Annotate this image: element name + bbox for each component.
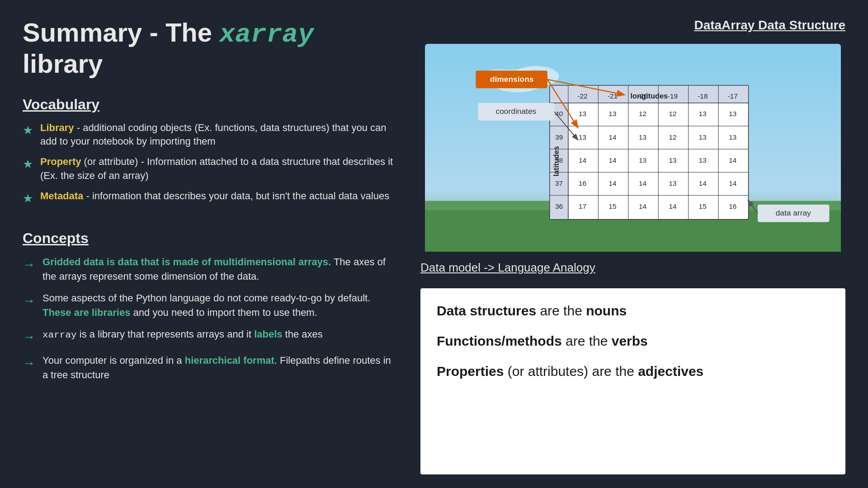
longitudes-label: longitudes <box>630 92 668 100</box>
svg-text:13: 13 <box>699 133 707 141</box>
vocab-item-property: ★ Property (or attribute) - Information … <box>23 155 393 183</box>
svg-text:12: 12 <box>669 133 676 141</box>
analogy-row-verbs: Functions/methods are the verbs <box>437 332 829 350</box>
svg-text:39: 39 <box>555 133 563 141</box>
svg-text:12: 12 <box>669 110 676 117</box>
analogy-row-adjectives: Properties (or attributes) are the adjec… <box>437 362 829 380</box>
concepts-header: Concepts <box>23 230 393 247</box>
svg-text:15: 15 <box>699 202 707 210</box>
svg-text:14: 14 <box>639 179 647 187</box>
data-array-label: data array <box>776 208 811 217</box>
concept-item-gridded: → Gridded data is data that is made of m… <box>23 255 393 284</box>
svg-text:-22: -22 <box>577 92 587 100</box>
arrow-icon-1: → <box>23 256 35 274</box>
svg-text:14: 14 <box>579 156 587 164</box>
svg-text:14: 14 <box>609 156 617 164</box>
vocab-item-library: ★ Library - additional coding objects (E… <box>23 121 393 149</box>
concepts-list: → Gridded data is data that is made of m… <box>23 255 393 389</box>
svg-text:14: 14 <box>669 202 677 210</box>
concept-item-xarray: → xarray is a library that represents ar… <box>23 327 393 347</box>
svg-text:-20: -20 <box>637 92 647 100</box>
page-title: Summary - The xarray library <box>23 18 393 78</box>
svg-text:14: 14 <box>729 156 737 164</box>
svg-text:13: 13 <box>729 110 736 117</box>
svg-text:38: 38 <box>555 156 563 164</box>
right-panel: DataArray Data Structure <box>420 18 845 474</box>
concept-item-hierarchical: → Your computer is organized in a hierar… <box>23 353 393 382</box>
svg-text:13: 13 <box>639 133 646 141</box>
diagram-container: longitudes latitudes -22 -21 -20 -19 -18… <box>420 44 845 252</box>
svg-text:12: 12 <box>639 110 646 117</box>
dataarray-title: DataArray Data Structure <box>420 18 845 33</box>
svg-text:-17: -17 <box>728 92 738 100</box>
svg-text:36: 36 <box>555 202 563 210</box>
vocabulary-list: ★ Library - additional coding objects (E… <box>23 121 393 213</box>
svg-text:15: 15 <box>609 202 616 210</box>
svg-text:17: 17 <box>579 202 586 210</box>
arrow-icon-4: → <box>23 354 35 373</box>
arrow-icon-2: → <box>23 292 35 310</box>
coordinates-label: coordinates <box>496 107 537 116</box>
svg-text:-19: -19 <box>668 92 678 100</box>
arrow-icon-3: → <box>23 328 35 347</box>
star-icon-property: ★ <box>23 156 33 172</box>
svg-text:13: 13 <box>729 133 736 141</box>
svg-text:-18: -18 <box>698 92 708 100</box>
svg-text:13: 13 <box>639 156 646 164</box>
svg-text:13: 13 <box>669 179 676 187</box>
svg-text:14: 14 <box>699 179 707 187</box>
svg-text:16: 16 <box>729 202 736 210</box>
svg-text:13: 13 <box>579 133 586 141</box>
analogy-box: Data structures are the nouns Functions/… <box>420 288 845 474</box>
dimensions-label: dimensions <box>490 75 533 84</box>
analogy-row-nouns: Data structures are the nouns <box>437 302 829 319</box>
concept-item-libraries: → Some aspects of the Python language do… <box>23 291 393 320</box>
svg-text:13: 13 <box>699 156 707 164</box>
diagram-svg: longitudes latitudes -22 -21 -20 -19 -18… <box>420 44 845 252</box>
language-analogy-title: Data model -> Language Analogy <box>420 261 845 275</box>
svg-text:14: 14 <box>639 202 647 210</box>
vocab-item-metadata: ★ Metadata - information that describes … <box>23 189 393 206</box>
vocabulary-header: Vocabulary <box>23 96 393 113</box>
star-icon-library: ★ <box>23 122 33 138</box>
star-icon-metadata: ★ <box>23 190 33 206</box>
svg-text:14: 14 <box>609 179 617 187</box>
left-panel: Summary - The xarray library Vocabulary … <box>23 18 393 474</box>
svg-text:14: 14 <box>729 179 737 187</box>
svg-text:37: 37 <box>555 179 563 187</box>
svg-text:13: 13 <box>579 110 586 117</box>
svg-text:16: 16 <box>579 179 586 187</box>
svg-text:13: 13 <box>609 110 616 117</box>
svg-text:14: 14 <box>609 133 617 141</box>
svg-text:13: 13 <box>669 156 676 164</box>
svg-text:13: 13 <box>699 110 707 117</box>
